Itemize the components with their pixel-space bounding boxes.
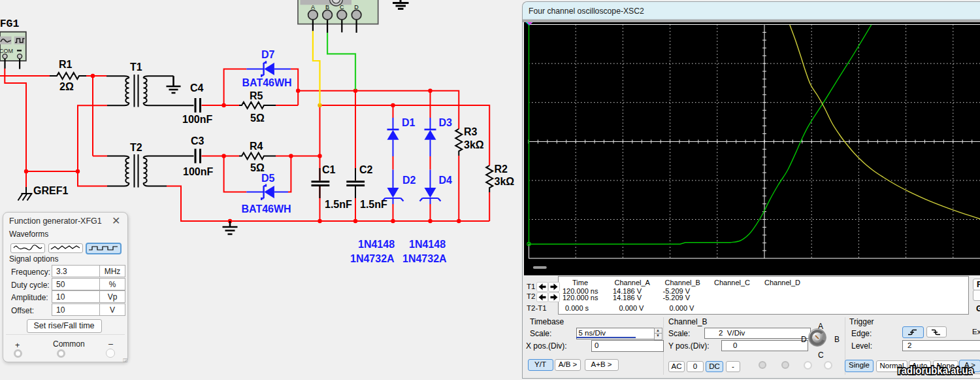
svg-text:COM: COM [0,48,13,54]
svg-text:C2: C2 [359,164,373,175]
svg-text:R3: R3 [464,126,478,137]
svg-text:A: A [311,4,315,10]
svg-text:BAT46WH: BAT46WH [242,203,291,215]
svg-text:GREF1: GREF1 [33,185,68,196]
svg-text:R4: R4 [250,141,263,152]
svg-text:1N4732A: 1N4732A [350,253,395,264]
svg-text:100nF: 100nF [182,114,212,125]
svg-text:radiorubka.at.ua: radiorubka.at.ua [898,364,973,377]
svg-text:1.5nF: 1.5nF [360,199,387,210]
svg-text:3kΩ: 3kΩ [495,176,515,187]
svg-text:1N4148: 1N4148 [409,239,446,250]
svg-text:C1: C1 [322,164,336,175]
svg-text:3kΩ: 3kΩ [464,139,484,150]
svg-text:R2: R2 [495,164,508,175]
svg-text:D5: D5 [261,173,275,184]
svg-text:D7: D7 [261,49,275,60]
svg-text:BAT46WH: BAT46WH [242,77,292,88]
svg-text:R5: R5 [250,90,263,101]
svg-text:1N4148: 1N4148 [358,239,395,250]
svg-text:T1: T1 [130,61,142,73]
svg-text:D1: D1 [402,117,416,128]
svg-text:D4: D4 [439,175,453,186]
svg-text:XFG1: XFG1 [0,18,20,30]
svg-text:C: C [340,4,344,10]
svg-text:B: B [325,4,329,10]
svg-text:100nF: 100nF [183,166,213,177]
svg-text:C3: C3 [191,135,204,147]
svg-text:5Ω: 5Ω [250,112,265,124]
svg-text:1N4732A: 1N4732A [402,253,447,264]
svg-text:R1: R1 [59,59,73,70]
svg-text:T2: T2 [130,142,142,153]
svg-text:2Ω: 2Ω [59,81,74,92]
svg-text:D2: D2 [402,175,416,186]
svg-text:1.5nF: 1.5nF [325,199,352,210]
svg-text:C4: C4 [190,82,204,94]
svg-text:D: D [354,4,359,10]
svg-text:D3: D3 [439,117,453,128]
svg-text:5Ω: 5Ω [250,162,265,173]
